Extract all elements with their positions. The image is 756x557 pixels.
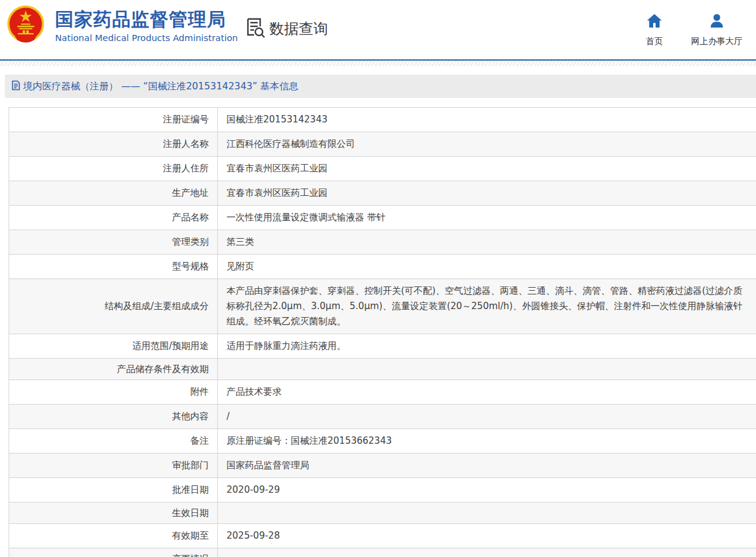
nav-item-online-hall[interactable]: 网上办事大厅 <box>691 13 743 47</box>
row-value: 2020-09-29 <box>226 484 280 495</box>
row-value: / <box>226 411 230 422</box>
document-icon <box>12 80 20 93</box>
site-header: 国家药品监督管理局 National Medical Products Admi… <box>0 0 756 61</box>
table-row: 生产地址 宜春市袁州区医药工业园 <box>9 181 756 206</box>
row-label: 附件 <box>190 386 209 398</box>
top-nav: 首页 网上办事大厅 <box>646 13 743 47</box>
row-label: 注册证编号 <box>163 114 209 125</box>
nav-item-home-label: 首页 <box>646 36 663 47</box>
row-label: 产品名称 <box>172 212 209 223</box>
table-row: 其他内容 / <box>9 405 756 429</box>
data-query-icon <box>245 17 266 41</box>
org-subtitle: National Medical Products Administration <box>55 33 238 43</box>
row-label: 适用范围/预期用途 <box>132 340 209 352</box>
row-label: 生效日期 <box>172 507 209 519</box>
row-value: 第三类 <box>226 236 254 247</box>
table-row: 有效期至 2025-09-28 <box>9 524 756 548</box>
row-value: 本产品由穿刺器保护套、穿刺器、控制开关(可不配)、空气过滤器、两通、三通、滴斗、… <box>226 285 743 327</box>
nav-item-home[interactable]: 首页 <box>646 13 663 47</box>
row-label: 审批部门 <box>172 460 209 471</box>
row-label: 注册人名称 <box>163 138 209 150</box>
table-row: 批准日期 2020-09-29 <box>9 478 756 503</box>
breadcrumb-bar: 境内医疗器械（注册） —— “国械注准20153142343” 基本信息 <box>5 75 756 98</box>
row-label: 有效期至 <box>172 530 209 542</box>
user-icon <box>709 13 725 31</box>
table-row: 变更情况 <box>9 548 756 557</box>
home-icon <box>646 13 662 31</box>
table-row: 产品储存条件及有效期 <box>9 359 756 380</box>
table-row: 注册人住所 宜春市袁州区医药工业园 <box>9 157 756 181</box>
table-row: 型号规格 见附页 <box>9 255 756 279</box>
national-emblem-icon <box>6 5 45 47</box>
registration-info-table: 注册证编号 国械注准20153142343 注册人名称 江西科伦医疗器械制造有限… <box>9 107 756 557</box>
row-label: 型号规格 <box>172 261 209 272</box>
table-row: 备注 原注册证编号：国械注准20153662343 <box>9 429 756 454</box>
section-title: 数据查询 <box>269 19 328 39</box>
row-label: 管理类别 <box>172 236 209 248</box>
table-row: 管理类别 第三类 <box>9 230 756 255</box>
page-title: 境内医疗器械（注册） —— “国械注准20153142343” 基本信息 <box>23 80 298 93</box>
table-row: 注册人名称 江西科伦医疗器械制造有限公司 <box>9 132 756 157</box>
row-label: 注册人住所 <box>163 163 209 174</box>
row-value: 见附页 <box>226 261 254 272</box>
row-label: 备注 <box>190 435 209 447</box>
data-query-section[interactable]: 数据查询 <box>245 17 328 41</box>
row-value: 国械注准20153142343 <box>226 114 327 125</box>
row-label: 其他内容 <box>172 411 209 422</box>
table-row: 结构及组成/主要组成成分 本产品由穿刺器保护套、穿刺器、控制开关(可不配)、空气… <box>9 279 756 334</box>
row-value: 国家药品监督管理局 <box>226 460 309 471</box>
table-row: 审批部门 国家药品监督管理局 <box>9 454 756 478</box>
row-label: 结构及组成/主要组成成分 <box>105 301 209 312</box>
table-row: 附件 产品技术要求 <box>9 380 756 405</box>
row-label: 变更情况 <box>172 553 209 557</box>
table-row: 注册证编号 国械注准20153142343 <box>9 108 756 132</box>
row-label: 生产地址 <box>172 187 209 199</box>
table-row: 适用范围/预期用途 适用于静脉重力滴注药液用。 <box>9 334 756 359</box>
row-value: 一次性使用流量设定微调式输液器 带针 <box>226 212 386 223</box>
row-value: 适用于静脉重力滴注药液用。 <box>226 340 346 351</box>
table-row: 产品名称 一次性使用流量设定微调式输液器 带针 <box>9 206 756 230</box>
row-value: 江西科伦医疗器械制造有限公司 <box>226 138 355 149</box>
nmpa-logo[interactable]: 国家药品监督管理局 National Medical Products Admi… <box>6 5 238 47</box>
row-value: 原注册证编号：国械注准20153662343 <box>226 435 392 446</box>
row-value: 2025-09-28 <box>226 530 280 541</box>
nav-item-online-hall-label: 网上办事大厅 <box>691 36 743 47</box>
header-hatch-divider <box>0 61 756 66</box>
row-label: 产品储存条件及有效期 <box>117 364 209 375</box>
row-value: 宜春市袁州区医药工业园 <box>226 163 327 174</box>
row-value: 产品技术要求 <box>226 386 282 397</box>
org-title: 国家药品监督管理局 <box>55 9 238 31</box>
row-value: 宜春市袁州区医药工业园 <box>226 187 327 198</box>
row-label: 批准日期 <box>172 484 209 496</box>
table-row: 生效日期 <box>9 503 756 524</box>
